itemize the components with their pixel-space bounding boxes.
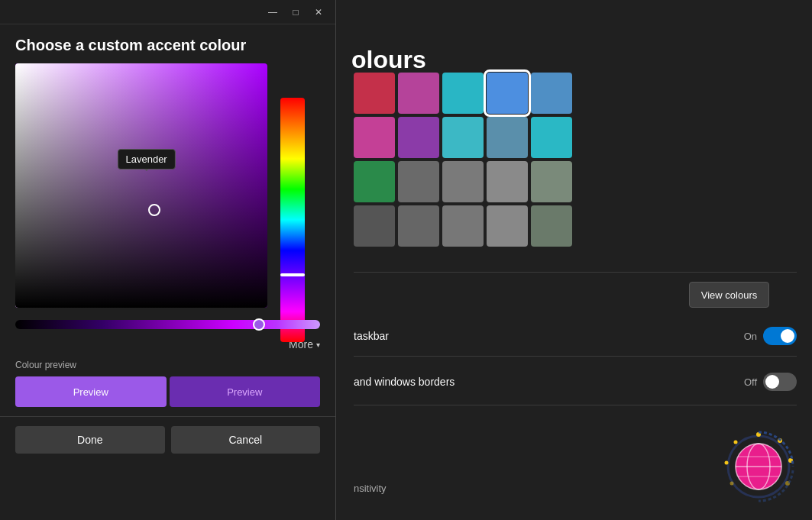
color-swatch-2[interactable] [442, 73, 484, 114]
svg-point-13 [734, 441, 738, 444]
maximize-button[interactable]: □ [285, 2, 306, 23]
borders-toggle-thumb [765, 375, 779, 389]
preview-bar-light[interactable]: Preview [15, 376, 167, 407]
color-swatch-16[interactable] [398, 205, 439, 247]
preview-bar-dark[interactable]: Preview [170, 376, 321, 407]
color-swatch-11[interactable] [398, 161, 439, 202]
color-swatch-17[interactable] [442, 205, 484, 247]
borders-toggle[interactable] [763, 373, 797, 391]
canvas-gradient-layer [15, 63, 267, 308]
color-swatches-grid [354, 73, 572, 247]
color-tooltip: Lavender [117, 149, 175, 170]
color-swatch-14[interactable] [531, 161, 572, 202]
preview-section-label: Colour preview [15, 360, 320, 370]
color-swatch-3[interactable] [487, 73, 528, 114]
color-swatch-4[interactable] [531, 73, 572, 114]
color-swatch-18[interactable] [487, 205, 528, 247]
taskbar-label: taskbar [354, 330, 389, 342]
taskbar-toggle-thumb [781, 329, 794, 343]
color-swatch-9[interactable] [531, 117, 572, 158]
done-button[interactable]: Done [15, 426, 165, 454]
hue-strip[interactable] [280, 98, 305, 342]
color-swatch-8[interactable] [487, 117, 528, 158]
taskbar-setting-row: taskbar On [354, 327, 797, 345]
divider-1 [354, 272, 797, 273]
picker-area: Lavender [15, 63, 320, 311]
borders-state-label: Off [744, 376, 757, 388]
borders-toggle-container: Off [744, 373, 797, 391]
color-swatch-7[interactable] [442, 117, 484, 158]
color-canvas[interactable]: Lavender [15, 63, 267, 308]
taskbar-state-label: On [744, 331, 757, 342]
borders-setting-row: and windows borders Off [354, 373, 797, 391]
color-picker-dialog: — □ ✕ Choose a custom accent colour Lave… [0, 0, 336, 520]
svg-point-12 [725, 461, 729, 465]
view-colours-button[interactable]: View colours [689, 282, 769, 308]
color-swatch-12[interactable] [442, 161, 484, 202]
hue-slider-track[interactable] [15, 320, 320, 329]
cancel-button[interactable]: Cancel [171, 426, 321, 454]
color-swatch-1[interactable] [398, 73, 439, 114]
chevron-down-icon: ▾ [316, 341, 320, 349]
close-button[interactable]: ✕ [308, 2, 329, 23]
divider-2 [354, 356, 797, 357]
svg-point-11 [730, 482, 734, 486]
color-swatch-19[interactable] [531, 205, 572, 247]
globe-icon [720, 428, 797, 505]
more-row[interactable]: More ▾ [15, 338, 320, 350]
hue-slider-container [15, 320, 320, 329]
taskbar-toggle[interactable] [763, 327, 797, 345]
color-swatch-0[interactable] [354, 73, 395, 114]
title-bar: — □ ✕ [0, 0, 335, 24]
dialog-title: Choose a custom accent colour [0, 24, 335, 63]
dialog-divider [0, 416, 335, 417]
taskbar-toggle-container: On [744, 327, 797, 345]
hue-slider-thumb[interactable] [253, 318, 265, 331]
sensitivity-label: nsitivity [354, 483, 387, 494]
preview-bars: Preview Preview [15, 376, 320, 407]
borders-label: and windows borders [354, 376, 455, 388]
divider-3 [354, 405, 797, 405]
color-swatch-5[interactable] [354, 117, 395, 158]
colour-preview-section: Colour preview Preview Preview [15, 360, 320, 407]
color-swatch-15[interactable] [354, 205, 395, 247]
dialog-actions: Done Cancel [0, 426, 335, 454]
color-swatch-10[interactable] [354, 161, 395, 202]
color-swatch-13[interactable] [487, 161, 528, 202]
color-swatch-6[interactable] [398, 117, 439, 158]
settings-title: olours [351, 46, 426, 74]
hue-strip-thumb [280, 273, 305, 276]
minimize-button[interactable]: — [262, 2, 283, 23]
